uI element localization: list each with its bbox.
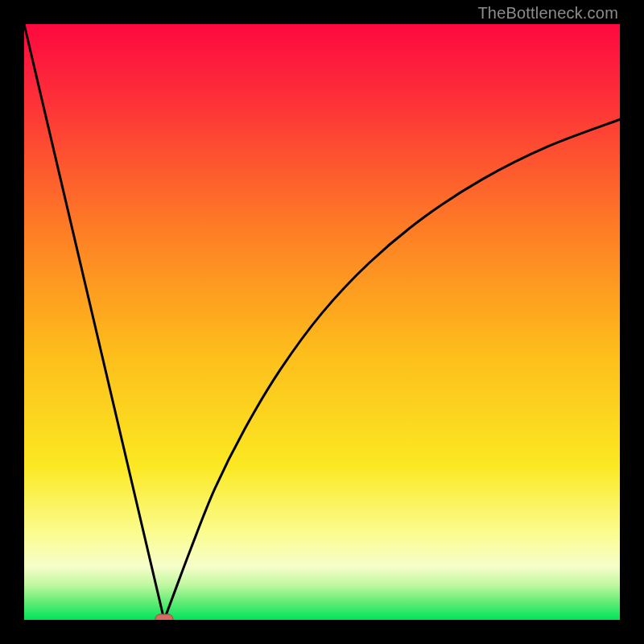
watermark-text: TheBottleneck.com xyxy=(477,4,618,23)
chart-frame xyxy=(24,24,620,620)
gradient-background xyxy=(24,24,620,620)
minimum-marker xyxy=(155,614,173,620)
bottleneck-chart xyxy=(24,24,620,620)
